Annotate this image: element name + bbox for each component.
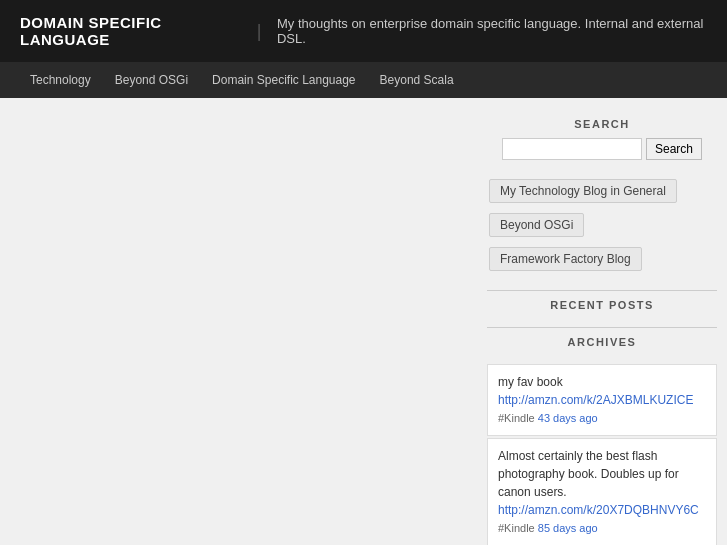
sidebar: SEARCH Search My Technology Blog in Gene… xyxy=(487,118,717,545)
tag-boxes-section: My Technology Blog in General Beyond OSG… xyxy=(487,176,717,274)
divider-recent xyxy=(487,290,717,291)
feed-intro-0: my fav book xyxy=(498,375,563,389)
feed-hashtag-1: #Kindle xyxy=(498,522,535,534)
feed-days-1: 85 days ago xyxy=(538,522,598,534)
nav-item-dsl[interactable]: Domain Specific Language xyxy=(202,65,365,95)
nav-item-beyond-osgi[interactable]: Beyond OSGi xyxy=(105,65,198,95)
feed-meta-0: #Kindle 43 days ago xyxy=(498,412,598,424)
feed-link-0[interactable]: http://amzn.com/k/2AJXBMLKUZICE xyxy=(498,393,693,407)
feed-days-0: 43 days ago xyxy=(538,412,598,424)
main-content xyxy=(10,118,467,545)
search-title: SEARCH xyxy=(487,118,717,130)
feed-hashtag-0: #Kindle xyxy=(498,412,535,424)
archives-title: ARCHIVES xyxy=(487,336,717,348)
search-section: SEARCH Search xyxy=(487,118,717,160)
feed-item-1: Almost certainly the best flash photogra… xyxy=(487,438,717,545)
feed-intro-1: Almost certainly the best flash photogra… xyxy=(498,449,679,499)
feed-link-1[interactable]: http://amzn.com/k/20X7DQBHNVY6C xyxy=(498,503,699,517)
recent-posts-section: RECENT POSTS xyxy=(487,290,717,311)
feed-meta-1: #Kindle 85 days ago xyxy=(498,522,598,534)
feed-item-0: my fav book http://amzn.com/k/2AJXBMLKUZ… xyxy=(487,364,717,436)
main-nav: Technology Beyond OSGi Domain Specific L… xyxy=(0,62,727,98)
nav-item-technology[interactable]: Technology xyxy=(20,65,101,95)
site-header: DOMAIN SPECIFIC LANGUAGE | My thoughts o… xyxy=(0,0,727,62)
site-title: DOMAIN SPECIFIC LANGUAGE xyxy=(20,14,241,48)
recent-posts-title: RECENT POSTS xyxy=(487,299,717,311)
divider-archives xyxy=(487,327,717,328)
search-button[interactable]: Search xyxy=(646,138,702,160)
tag-beyond-osgi[interactable]: Beyond OSGi xyxy=(489,213,584,237)
search-input[interactable] xyxy=(502,138,642,160)
header-divider: | xyxy=(257,21,261,42)
content-wrapper: SEARCH Search My Technology Blog in Gene… xyxy=(0,98,727,545)
search-form: Search xyxy=(487,138,717,160)
site-tagline: My thoughts on enterprise domain specifi… xyxy=(277,16,707,46)
tag-framework-factory[interactable]: Framework Factory Blog xyxy=(489,247,642,271)
tag-technology-blog[interactable]: My Technology Blog in General xyxy=(489,179,677,203)
archives-section: ARCHIVES xyxy=(487,327,717,348)
nav-item-beyond-scala[interactable]: Beyond Scala xyxy=(370,65,464,95)
